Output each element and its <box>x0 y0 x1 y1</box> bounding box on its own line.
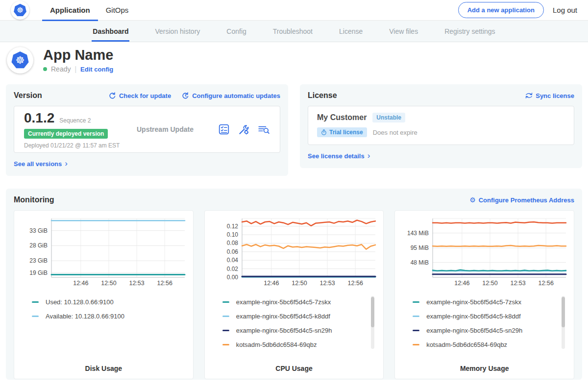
legend-scrollbar[interactable] <box>562 296 565 349</box>
legend-dash-icon <box>413 316 419 317</box>
subnav-tab-troubleshoot[interactable]: Troubleshoot <box>273 21 313 42</box>
legend-label: Available: 10.128.0.66:9100 <box>46 313 124 320</box>
scrollbar-thumb[interactable] <box>562 297 565 327</box>
configure-automatic-updates-link[interactable]: Configure automatic updates <box>182 92 280 99</box>
memory-usage-plot: 12:4612:5012:5312:56143 MiB95 MiB48 MiB <box>401 216 568 288</box>
subnav-tab-version-history[interactable]: Version history <box>155 21 200 42</box>
kubernetes-helm-icon: ☸ <box>13 3 27 17</box>
edit-config-link[interactable]: Edit config <box>80 66 113 73</box>
legend-dash-icon <box>413 330 419 331</box>
page-title: App Name <box>43 48 113 63</box>
see-license-details-link[interactable]: See license details› <box>308 152 370 160</box>
subnav-tab-config[interactable]: Config <box>226 21 246 42</box>
kubernetes-logo-icon[interactable]: ☸ <box>11 1 29 20</box>
legend-label: example-nginx-5bc6f5d4c5-k8ddf <box>236 313 330 320</box>
svg-text:19 GiB: 19 GiB <box>30 269 48 276</box>
subnav-tab-view-files[interactable]: View files <box>389 21 418 42</box>
topnav-tab-application[interactable]: Application <box>42 0 98 21</box>
subnav-tab-registry-settings[interactable]: Registry settings <box>444 21 495 42</box>
svg-text:0.02: 0.02 <box>227 266 239 272</box>
app-subnav: DashboardVersion historyConfigTroublesho… <box>0 21 588 42</box>
svg-text:12:53: 12:53 <box>510 280 525 287</box>
version-card-title: Version <box>14 91 42 100</box>
legend-label: example-nginx-5bc6f5d4c5-7zskx <box>426 298 521 306</box>
svg-text:12:50: 12:50 <box>101 280 117 287</box>
disk-usage-chart-card: 12:4612:5012:5312:5633 GiB28 GiB23 GiB19… <box>14 210 194 379</box>
chart-legend: example-nginx-5bc6f5d4c5-7zskxexample-ng… <box>413 295 568 352</box>
legend-dash-icon <box>413 344 419 345</box>
legend-item: example-nginx-5bc6f5d4c5-sn29h <box>222 323 378 338</box>
license-card-title: License <box>308 91 337 100</box>
svg-text:28 GiB: 28 GiB <box>30 242 48 249</box>
legend-item: example-nginx-5bc6f5d4c5-sn29h <box>413 323 568 338</box>
version-card: Version Check for update <box>6 84 288 176</box>
svg-text:12:46: 12:46 <box>454 280 469 287</box>
subnav-tab-license[interactable]: License <box>339 21 363 42</box>
svg-text:0.08: 0.08 <box>227 240 239 246</box>
refresh-icon <box>109 92 116 99</box>
license-card: License Sync license My Customer Unstabl… <box>300 84 582 168</box>
legend-label: example-nginx-5bc6f5d4c5-sn29h <box>426 327 522 334</box>
svg-text:☸: ☸ <box>17 6 24 14</box>
svg-text:12:56: 12:56 <box>538 280 553 287</box>
legend-item: example-nginx-5bc6f5d4c5-k8ddf <box>413 309 568 323</box>
chart-legend: Used: 10.128.0.66:9100Available: 10.128.… <box>32 295 187 323</box>
disk-usage-plot: 12:4612:5012:5312:5633 GiB28 GiB23 GiB19… <box>20 216 187 288</box>
see-all-versions-link[interactable]: See all versions› <box>14 160 68 168</box>
chart-legend: example-nginx-5bc6f5d4c5-7zskxexample-ng… <box>222 295 378 352</box>
config-values-icon[interactable] <box>238 123 249 135</box>
svg-text:☸: ☸ <box>16 54 25 66</box>
legend-label: example-nginx-5bc6f5d4c5-sn29h <box>236 327 332 334</box>
svg-text:0.06: 0.06 <box>227 248 239 255</box>
channel-badge: Unstable <box>372 113 405 122</box>
cpu-usage-chart-card: 12:4612:5012:5312:560.120.100.080.060.04… <box>204 210 384 379</box>
scrollbar-thumb[interactable] <box>371 297 374 327</box>
kubernetes-helm-icon: ☸ <box>11 51 29 70</box>
logout-button[interactable]: Log out <box>553 6 577 14</box>
check-for-update-link[interactable]: Check for update <box>109 92 171 99</box>
add-application-button[interactable]: Add a new application <box>458 2 544 18</box>
svg-text:12:50: 12:50 <box>292 280 307 287</box>
svg-text:12:50: 12:50 <box>482 280 497 287</box>
version-number: 0.1.2 <box>24 110 54 126</box>
svg-text:33 GiB: 33 GiB <box>30 227 48 234</box>
license-summary-row: My Customer Unstable Trial license Does … <box>308 106 574 145</box>
customer-name: My Customer <box>317 113 367 122</box>
svg-text:0.12: 0.12 <box>227 223 239 230</box>
top-navbar: ☸ Application GitOps Add a new applicati… <box>0 0 588 21</box>
legend-dash-icon <box>413 301 419 303</box>
svg-text:95 MiB: 95 MiB <box>410 244 428 251</box>
legend-item: kotsadm-5db6dc6584-69qbz <box>222 338 378 352</box>
chart-title: CPU Usage <box>205 365 384 372</box>
sync-license-link[interactable]: Sync license <box>525 92 574 99</box>
stopwatch-icon <box>321 129 327 135</box>
gear-icon: ⚙ <box>469 196 476 203</box>
update-type-label: Upstream Update <box>137 125 218 133</box>
subnav-tab-dashboard[interactable]: Dashboard <box>93 21 128 42</box>
chevron-right-icon: › <box>65 161 68 166</box>
svg-text:12:53: 12:53 <box>129 280 145 287</box>
legend-label: kotsadm-5db6dc6584-69qbz <box>426 341 507 348</box>
svg-text:0.04: 0.04 <box>227 257 239 264</box>
svg-text:12:53: 12:53 <box>319 280 335 287</box>
configure-prometheus-link[interactable]: ⚙ Configure Prometheus Address <box>469 196 574 204</box>
chevron-right-icon: › <box>368 153 370 158</box>
svg-text:48 MiB: 48 MiB <box>410 259 428 266</box>
currently-deployed-badge: Currently deployed version <box>24 129 108 139</box>
clock-refresh-icon <box>182 92 189 99</box>
legend-dash-icon <box>222 344 229 345</box>
topnav-tab-gitops[interactable]: GitOps <box>98 0 137 21</box>
legend-scrollbar[interactable] <box>371 296 374 349</box>
legend-item: kotsadm-5db6dc6584-69qbz <box>413 338 568 352</box>
preflight-checks-icon[interactable] <box>218 123 230 135</box>
legend-dash-icon <box>222 301 229 303</box>
legend-label: example-nginx-5bc6f5d4c5-k8ddf <box>426 313 520 320</box>
legend-item: Available: 10.128.0.66:9100 <box>32 309 187 323</box>
chart-title: Memory Usage <box>395 365 574 372</box>
deploy-logs-icon[interactable] <box>257 123 270 135</box>
svg-text:12:56: 12:56 <box>348 280 363 287</box>
legend-label: Used: 10.128.0.66:9100 <box>46 298 114 306</box>
legend-item: example-nginx-5bc6f5d4c5-k8ddf <box>222 309 378 323</box>
legend-item: example-nginx-5bc6f5d4c5-7zskx <box>222 295 378 309</box>
sequence-label: Sequence 2 <box>59 117 91 124</box>
